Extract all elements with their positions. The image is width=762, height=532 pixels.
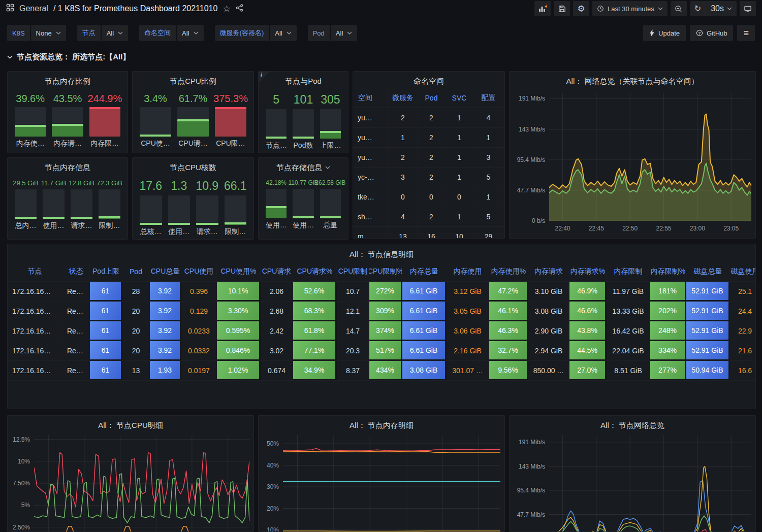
breadcrumb: General / 1 K8S for Prometheus Dashboard… xyxy=(6,4,243,14)
table-header-cell[interactable]: CPU使用 xyxy=(181,261,217,281)
svg-text:20%: 20% xyxy=(267,505,279,512)
table-header-cell[interactable]: 磁盘使用 xyxy=(730,261,756,281)
table-cell: m… xyxy=(353,227,389,239)
variable-label: 命名空间 xyxy=(139,25,176,41)
table-header-cell[interactable]: 配置 xyxy=(473,88,504,108)
stat-gauge: 101Pod数 xyxy=(293,93,313,150)
gauge-group: 29.5 GiB总内…11.7 GiB使用…12.8 GiB请求…72.3 Gi… xyxy=(8,174,128,230)
stat-gauge: 43.5%内存请… xyxy=(52,93,83,148)
table-row[interactable]: yc-…3215 xyxy=(353,168,504,187)
variable-label: K8S xyxy=(7,25,30,41)
table-header-cell[interactable]: 磁盘总量 xyxy=(686,261,730,281)
panel-title[interactable]: All： 网络总览（关联节点与命名空间） xyxy=(510,72,755,88)
variable-dropdown[interactable]: All xyxy=(177,25,203,41)
table-header-cell[interactable]: CPU限制 xyxy=(337,261,369,281)
table-cell: 46.3% xyxy=(489,321,528,341)
stat-gauge: 29.5 GiB总内… xyxy=(15,179,37,230)
table-row[interactable]: yu…1211 xyxy=(353,128,504,148)
panel-title[interactable]: All： 节点信息明细 xyxy=(8,244,755,261)
panel-info-corner-icon[interactable]: i xyxy=(259,72,270,83)
table-header-cell[interactable]: 状态 xyxy=(62,261,90,281)
panel-title[interactable]: 节点内存信息 xyxy=(8,158,128,174)
table-header-cell[interactable]: 内存总量 xyxy=(402,261,447,281)
time-range-picker[interactable]: Last 30 minutes xyxy=(592,1,668,16)
grafana-dashboard: General / 1 K8S for Prometheus Dashboard… xyxy=(0,0,762,532)
table-row[interactable]: m…13161029 xyxy=(353,227,504,239)
breadcrumb-folder[interactable]: General xyxy=(19,4,48,13)
table-row[interactable]: 172.16.16…Re…61203.920.02330.595%2.4261.… xyxy=(8,321,755,341)
zoom-out-icon[interactable] xyxy=(671,1,687,16)
table-cell xyxy=(504,108,505,127)
table-row[interactable]: sh…4215 xyxy=(353,207,504,227)
refresh-icon[interactable]: ↻ xyxy=(690,1,706,16)
panel-title[interactable]: All： 节点内存明细 xyxy=(259,416,504,432)
stat-gauge: 262.58 GiB总量 xyxy=(320,179,341,230)
table-header-cell[interactable]: Pod xyxy=(122,261,150,281)
panel-title[interactable]: All： 节点CPU明细 xyxy=(8,416,253,432)
cpu-detail-chart: 2.50%5%7.50%10%12.5% xyxy=(8,432,253,532)
table-header-cell[interactable]: Pod上限 xyxy=(90,261,122,281)
table-header-cell[interactable]: 内存使用% xyxy=(489,261,528,281)
chevron-down-icon xyxy=(56,31,61,35)
panel-title[interactable]: All： 节点网络总览 xyxy=(510,416,755,432)
variable-dropdown[interactable]: All xyxy=(102,25,128,41)
table-row[interactable]: 172.16.16…Re…61203.920.03320.846%3.0277.… xyxy=(8,341,755,361)
table-header-cell[interactable]: 内存使用 xyxy=(447,261,489,281)
table-header-cell[interactable]: CPU请求% xyxy=(293,261,337,281)
panel-title[interactable]: 节点与Pod xyxy=(259,72,348,88)
panel-title[interactable]: 节点CPU比例 xyxy=(133,72,253,88)
dashboards-grid-icon[interactable] xyxy=(6,4,14,14)
panel-title[interactable]: 命名空间 xyxy=(353,72,504,88)
panel-title[interactable]: 节点CPU核数 xyxy=(133,158,253,174)
star-icon[interactable]: ☆ xyxy=(223,5,230,13)
table-cell: 22.04 GiB xyxy=(607,341,650,360)
table-cell: 10 xyxy=(446,227,473,239)
svg-text:50%: 50% xyxy=(267,440,279,447)
settings-gear-icon[interactable]: ⚙ xyxy=(573,1,589,16)
table-header-cell[interactable]: CPU总量 xyxy=(150,261,181,281)
svg-text:143 Mib/s: 143 Mib/s xyxy=(519,126,545,133)
github-button[interactable]: ? GitHub xyxy=(690,25,733,41)
variable-dropdown[interactable]: None xyxy=(31,25,66,41)
svg-text:12.5%: 12.5% xyxy=(13,436,30,443)
table-header-cell[interactable]: 节点 xyxy=(8,261,62,281)
table-cell: 202% xyxy=(650,302,686,321)
table-row[interactable]: yu…2213 xyxy=(353,148,504,168)
kiosk-menu-icon[interactable]: ≡ xyxy=(737,25,755,41)
table-row[interactable]: 172.16.16…Re…61283.920.39610.1%2.0652.6%… xyxy=(8,282,755,302)
row-collapse-header[interactable]: 节点资源总览： 所选节点:【All】 xyxy=(7,52,130,62)
table-cell: 77.1% xyxy=(293,341,337,360)
panel-title[interactable]: 节点存储信息 xyxy=(259,158,348,174)
table-row[interactable]: 172.16.16…Re…61131.930.01971.02%0.67434.… xyxy=(8,361,755,381)
table-header-cell[interactable]: SVC xyxy=(446,88,473,108)
table-row[interactable]: tke…0001 xyxy=(353,187,504,207)
table-row[interactable]: yu…2214 xyxy=(353,108,504,128)
variable-dropdown[interactable]: All xyxy=(331,25,357,41)
update-button[interactable]: Update xyxy=(643,25,686,41)
table-header-cell[interactable]: Pod xyxy=(418,88,446,108)
panel-node-pod: i 节点与Pod 5节点…101Pod数305上限… xyxy=(258,71,348,153)
variable-dropdown[interactable]: All xyxy=(270,25,296,41)
table-header-cell[interactable]: 微服务 xyxy=(389,88,418,108)
table-header-cell[interactable]: CPU使用% xyxy=(217,261,261,281)
table-header-cell[interactable]: 内存请求 xyxy=(528,261,569,281)
table-header-cell[interactable]: 内存请求% xyxy=(569,261,607,281)
table-header-cell[interactable]: 内存限制% xyxy=(650,261,686,281)
table-cell: 52.91 GiB xyxy=(686,302,730,321)
table-header-cell[interactable]: CPU请求 xyxy=(261,261,293,281)
table-cell: 20 xyxy=(122,321,150,341)
table-row[interactable]: 172.16.16…Re…61203.920.1293.30%2.6868.3%… xyxy=(8,302,755,321)
table-cell: 1 xyxy=(389,128,418,147)
tv-mode-icon[interactable] xyxy=(740,1,756,16)
save-dashboard-icon[interactable] xyxy=(554,1,570,16)
table-header-cell[interactable]: 空间 xyxy=(353,88,389,108)
add-panel-button[interactable]: + xyxy=(534,1,551,16)
dashboard-title: / 1 K8S for Prometheus Dashboard 2021101… xyxy=(53,4,217,13)
table-header-cell[interactable]: CPU限制% xyxy=(369,261,402,281)
refresh-interval-dropdown[interactable]: 30s xyxy=(706,1,737,16)
table-cell: 0.595% xyxy=(217,321,261,341)
share-icon[interactable] xyxy=(236,4,243,14)
table-header-cell[interactable]: 密钥 xyxy=(504,88,505,108)
table-header-cell[interactable]: 内存限制 xyxy=(607,261,650,281)
panel-title[interactable]: 节点内存比例 xyxy=(8,72,128,88)
